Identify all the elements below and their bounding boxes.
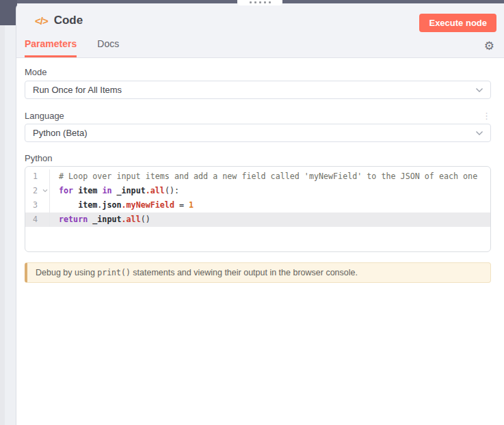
token-plain bbox=[111, 186, 116, 195]
code-line[interactable]: 4return _input.all() bbox=[25, 212, 490, 227]
grip-dot-icon bbox=[269, 1, 271, 3]
code-line[interactable]: 2for item in _input.all(): bbox=[25, 184, 490, 198]
line-number: 1 bbox=[25, 169, 50, 184]
parameters-pane: Mode Run Once for All Items Language ⋮ P… bbox=[16, 67, 504, 283]
token-keyword: in bbox=[102, 186, 111, 195]
code-line[interactable]: 1# Loop over input items and add a new f… bbox=[25, 169, 490, 184]
language-label: Language bbox=[25, 111, 64, 121]
code-line-text: item.json.myNewField = 1 bbox=[50, 198, 490, 212]
grip-dot-icon bbox=[250, 1, 252, 3]
code-node-icon: </> bbox=[35, 15, 48, 27]
token-keyword: return bbox=[59, 215, 88, 224]
code-line-text: return _input.all() bbox=[50, 212, 490, 227]
token-plain: () bbox=[141, 215, 150, 224]
line-number: 2 bbox=[25, 184, 50, 198]
panel-header: </> Code Execute node Parameters Docs ⚙ bbox=[16, 3, 504, 58]
tab-bar: Parameters Docs bbox=[25, 38, 119, 57]
token-number: 1 bbox=[189, 200, 194, 210]
token-variable: item bbox=[78, 186, 97, 195]
tab-parameters[interactable]: Parameters bbox=[25, 38, 77, 57]
node-settings-panel: </> Code Execute node Parameters Docs ⚙ … bbox=[16, 3, 504, 425]
fold-chevron-icon[interactable] bbox=[42, 188, 48, 193]
token-property: .myNewField bbox=[122, 200, 174, 210]
grip-dot-icon bbox=[264, 1, 266, 3]
tab-docs[interactable]: Docs bbox=[97, 38, 119, 57]
token-keyword: for bbox=[59, 186, 73, 195]
code-line-text: # Loop over input items and add a new fi… bbox=[50, 169, 490, 184]
grip-dot-icon bbox=[254, 1, 256, 3]
execute-node-button[interactable]: Execute node bbox=[419, 14, 496, 32]
token-plain: (): bbox=[165, 186, 179, 195]
python-code-label: Python bbox=[25, 153, 491, 163]
language-select[interactable]: Python (Beta) bbox=[25, 124, 491, 142]
background-panel-corner bbox=[0, 0, 17, 25]
token-variable: item bbox=[78, 200, 97, 210]
token-comment: # Loop over input items and add a new fi… bbox=[59, 172, 477, 181]
page-title: Code bbox=[54, 14, 83, 27]
panel-drag-handle[interactable] bbox=[237, 0, 282, 5]
token-variable: _input bbox=[92, 215, 121, 224]
notice-text: statements and viewing their output in t… bbox=[131, 268, 358, 277]
language-select-value: Python (Beta) bbox=[33, 128, 475, 138]
debug-notice: Debug by using print() statements and vi… bbox=[25, 262, 491, 283]
line-number: 4 bbox=[25, 212, 50, 227]
notice-code-snippet: print() bbox=[97, 268, 130, 277]
code-line[interactable]: 3 item.json.myNewField = 1 bbox=[25, 198, 490, 212]
notice-text: Debug by using bbox=[36, 268, 97, 277]
language-label-row: Language ⋮ bbox=[25, 111, 491, 121]
chevron-down-icon bbox=[475, 87, 483, 93]
chevron-down-icon bbox=[475, 131, 483, 136]
line-number: 3 bbox=[25, 198, 50, 212]
token-plain bbox=[59, 200, 78, 210]
gear-icon[interactable]: ⚙ bbox=[484, 40, 494, 52]
token-property: .all bbox=[122, 215, 141, 224]
code-line-text: for item in _input.all(): bbox=[50, 184, 490, 198]
token-plain: = bbox=[174, 200, 189, 210]
token-variable: json bbox=[102, 200, 121, 210]
code-editor-lines: 1# Loop over input items and add a new f… bbox=[25, 169, 490, 227]
token-property: .all bbox=[146, 186, 165, 195]
parameter-options-icon[interactable]: ⋮ bbox=[482, 113, 491, 120]
code-editor[interactable]: 1# Loop over input items and add a new f… bbox=[25, 166, 491, 252]
grip-dot-icon bbox=[259, 1, 261, 3]
token-variable: _input bbox=[117, 186, 146, 195]
node-title-row: </> Code bbox=[35, 14, 83, 27]
background-left-strip bbox=[0, 25, 5, 425]
mode-select[interactable]: Run Once for All Items bbox=[25, 81, 491, 99]
mode-label: Mode bbox=[25, 67, 491, 77]
mode-select-value: Run Once for All Items bbox=[33, 85, 475, 95]
